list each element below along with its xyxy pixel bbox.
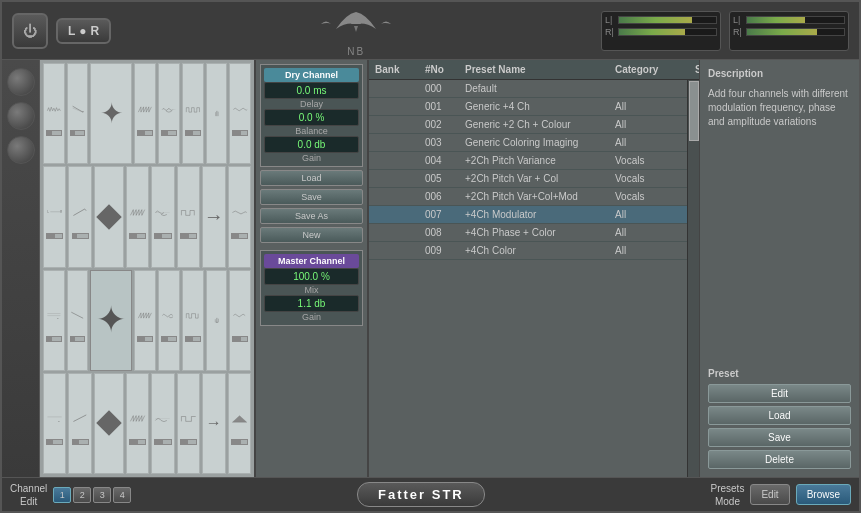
lr-toggle[interactable]: L ● R [56,18,111,44]
channel-2-button[interactable]: 2 [73,487,91,503]
preset-row-9[interactable]: 009 +4Ch Color All Coloring/Imaging [369,242,687,260]
preset-row-1[interactable]: 001 Generic +4 Ch All Fat Mild [369,98,687,116]
meter-r-label-2: R| [733,27,743,37]
desc-btn-group: Preset Edit Load Save Delete [708,368,851,469]
header-category: Category [613,62,693,77]
svg-line-0 [72,106,83,112]
save-button[interactable]: Save [260,189,363,205]
waveform-cell-25[interactable]: R [43,373,66,474]
svg-text:R: R [57,317,59,319]
channel-1-button[interactable]: 1 [53,487,71,503]
logo-text: NB [316,46,396,57]
meter-group: L| R| L| [601,11,849,51]
svg-line-15 [71,312,83,318]
waveform-cell-28[interactable] [126,373,149,474]
preset-row-3[interactable]: 003 Generic Coloring Imaging All Colorin… [369,134,687,152]
waveform-cell-31[interactable]: → [202,373,225,474]
waveform-cell-14[interactable] [177,166,200,267]
knob-3[interactable] [7,136,35,164]
knob-2[interactable] [7,102,35,130]
waveform-cell-13[interactable] [151,166,174,267]
meter-box-1: L| R| [601,11,721,51]
waveform-cell-8[interactable] [229,63,251,164]
browse-mode-button[interactable]: Browse [796,484,851,505]
presets-mode-label: Presets Mode [711,482,745,508]
preset-row-2[interactable]: 002 Generic +2 Ch + Colour All Fat Mediu… [369,116,687,134]
waveform-cell-9[interactable]: L R [43,166,66,267]
svg-text:R: R [58,420,60,422]
waveform-cell-10[interactable] [68,166,91,267]
preset-row-5[interactable]: 005 +2Ch Pitch Var + Col Vocals Fat Medi… [369,170,687,188]
waveform-cell-16[interactable] [228,166,251,267]
save-as-button[interactable]: Save As [260,208,363,224]
load-button[interactable]: Load [260,170,363,186]
svg-line-9 [73,209,84,216]
header-bank: Bank [373,62,423,77]
waveform-cell-5[interactable] [158,63,180,164]
preset-table-header: Bank #No Preset Name Category SubCategor… [369,60,699,80]
meter-bar-l1 [618,16,717,24]
preset-row-6[interactable]: 006 +2Ch Pitch Var+Col+Mod Vocals Fat Me… [369,188,687,206]
balance-value: 0.0 % [264,109,359,126]
star-icon: ✦ [91,94,131,134]
channel-4-button[interactable]: 4 [113,487,131,503]
main-body: R ✦ [2,60,859,477]
waveform-cell-7[interactable] [206,63,228,164]
knob-1[interactable] [7,68,35,96]
waveform-cell-22[interactable] [182,270,204,371]
header-no: #No [423,62,463,77]
preset-edit-button[interactable]: Edit [708,384,851,403]
description-panel: Description Add four channels with diffe… [699,60,859,477]
delay-value: 0.0 ms [264,82,359,99]
waveform-cell-26[interactable] [68,373,91,474]
preset-save-button[interactable]: Save [708,428,851,447]
preset-scrollbar[interactable] [687,80,699,477]
waveform-cell-6[interactable] [182,63,204,164]
preset-row-8[interactable]: 008 +4Ch Phase + Color All Fat/Color/Ima… [369,224,687,242]
waveform-cell-20[interactable] [134,270,156,371]
gain-value: 0.0 db [264,136,359,153]
power-button[interactable]: ⏻ [12,13,48,49]
mix-value: 100.0 % [264,268,359,285]
waveform-cell-12[interactable] [126,166,149,267]
svg-line-22 [73,415,86,422]
waveform-cell-27[interactable] [94,373,124,474]
scrollbar-thumb[interactable] [689,81,699,141]
star-2-icon: ✦ [91,300,131,340]
preset-load-button[interactable]: Load [708,406,851,425]
waveform-cell-11[interactable] [94,166,124,267]
edit-mode-button[interactable]: Edit [750,484,789,505]
dry-channel-label: Dry Channel [264,68,359,82]
svg-text:L: L [48,210,50,214]
waveform-cell-17[interactable]: R [43,270,65,371]
meter-bar-l2 [746,16,845,24]
waveform-cell-24[interactable] [229,270,251,371]
waveform-cell-23[interactable] [206,270,228,371]
preset-row-7[interactable]: 007 +4Ch Modulator All Fat/Modulation [369,206,687,224]
diamond-icon [96,204,121,229]
waveform-cell-29[interactable] [151,373,174,474]
waveform-cell-21[interactable] [158,270,180,371]
waveform-cell-30[interactable] [177,373,200,474]
delay-sublabel: Delay [264,99,359,109]
waveform-cell-1[interactable] [43,63,65,164]
logo-bird-icon [316,4,396,44]
bottom-right: Presets Mode Edit Browse [711,482,852,508]
new-button[interactable]: New [260,227,363,243]
waveform-cell-4[interactable] [134,63,156,164]
preset-delete-button[interactable]: Delete [708,450,851,469]
channel-3-button[interactable]: 3 [93,487,111,503]
preset-row-4[interactable]: 004 +2Ch Pitch Variance Vocals Fat Mediu… [369,152,687,170]
channel-edit-label: Channel Edit [10,482,47,508]
meter-bar-r2 [746,28,845,36]
waveform-cell-15[interactable]: → [202,166,225,267]
waveform-cell-18[interactable] [67,270,89,371]
waveform-cell-19[interactable]: ✦ [90,270,132,371]
bottom-bar: Channel Edit 1 2 3 4 Fatter STR Presets … [2,477,859,511]
waveform-cell-3[interactable]: ✦ [90,63,132,164]
arrow-right-icon: → [204,205,224,228]
preset-row-0[interactable]: 000 Default [369,80,687,98]
waveform-cell-2[interactable]: R [67,63,89,164]
waveform-cell-32[interactable] [228,373,251,474]
gain-sublabel: Gain [264,153,359,163]
